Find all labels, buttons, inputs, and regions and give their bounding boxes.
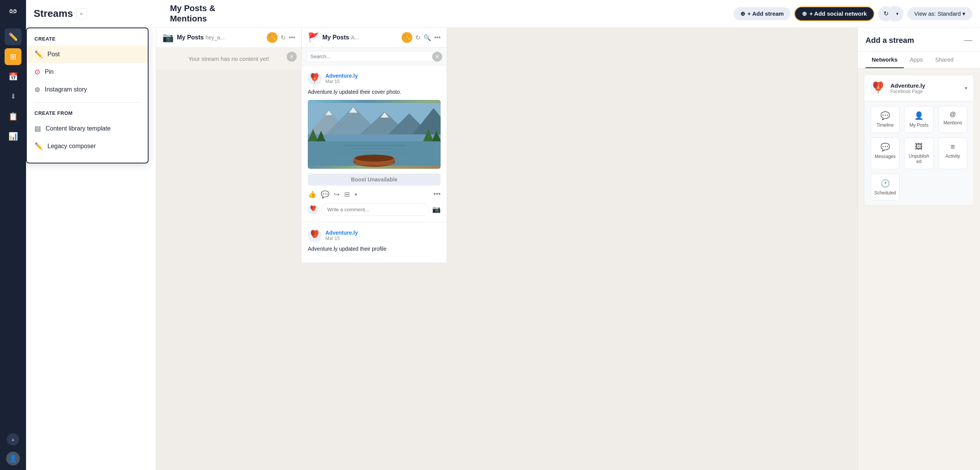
- boost-icon[interactable]: ⊞: [344, 190, 350, 199]
- svg-point-30: [355, 155, 393, 162]
- sidebar-item-compose[interactable]: ✏️: [5, 28, 21, 45]
- fb-post2-author-name: Adventure.ly: [325, 230, 358, 236]
- network-chevron-button[interactable]: ▾: [965, 85, 967, 91]
- create-post-item[interactable]: ✏️ Post: [27, 46, 148, 63]
- add-stream-panel-header: Add a stream —: [858, 28, 980, 52]
- svg-point-5: [11, 11, 12, 11]
- camera-icon[interactable]: 📷: [432, 205, 441, 214]
- comment-input[interactable]: [322, 203, 429, 216]
- stream-type-scheduled[interactable]: 🕐 Scheduled: [871, 174, 900, 201]
- stream-type-my-posts[interactable]: 👤 My Posts: [904, 106, 933, 133]
- scheduled-label: Scheduled: [874, 190, 896, 196]
- network-name: Adventure.ly: [890, 82, 960, 89]
- view-as-label: View as: Standard ▾: [914, 10, 965, 17]
- facebook-flag-icon: 🚩: [308, 32, 319, 43]
- page-title: My Posts &Mentions: [170, 3, 216, 24]
- instagram-refresh-icon[interactable]: ↻: [281, 34, 286, 41]
- add-stream-button[interactable]: ⊕ + Add stream: [733, 7, 791, 20]
- facebook-refresh-icon[interactable]: ↻: [415, 34, 420, 41]
- fb-post1-author-row: Adventure.ly Mar 15: [308, 72, 441, 85]
- dropdown-icon[interactable]: ▾: [354, 191, 357, 197]
- expand-icon: ▲: [11, 437, 15, 442]
- tab-shared[interactable]: Shared: [929, 52, 960, 68]
- network-type: Facebook Page: [890, 89, 960, 94]
- comment-icon[interactable]: 💬: [321, 190, 329, 199]
- create-pin-item[interactable]: ⊙ Pin: [27, 63, 148, 81]
- instagram-icon: 📷: [162, 32, 174, 43]
- share-icon[interactable]: ↪: [334, 190, 340, 199]
- close-stream-button-facebook[interactable]: ✕: [432, 52, 442, 62]
- legacy-composer-item[interactable]: ✏️ Legacy composer: [27, 137, 148, 155]
- instagram-edit-icon[interactable]: ✏️: [267, 32, 278, 43]
- create-instagram-story-item[interactable]: ⊚ Instagram story: [27, 81, 148, 98]
- stream-header-instagram: 📷 My Posts hey_a... ✏️ ↻ •••: [156, 28, 301, 48]
- add-stream-tabs: Networks Apps Shared: [858, 52, 980, 69]
- tab-networks[interactable]: Networks: [866, 52, 904, 68]
- facebook-post-2: Adventure.ly Mar 15 Adventure.ly updated…: [302, 222, 447, 263]
- stream-type-mentions[interactable]: @ Mentions: [938, 106, 967, 133]
- add-network-icon: ⊕: [802, 10, 807, 17]
- template-icon: ▤: [34, 124, 41, 133]
- inbox-icon: ⬇: [10, 92, 16, 101]
- stream-type-messages[interactable]: 💬 Messages: [871, 137, 900, 169]
- refresh-icon: ↻: [884, 10, 889, 17]
- fb-title-text: My Posts: [322, 34, 349, 41]
- instagram-more-icon[interactable]: •••: [289, 34, 295, 41]
- add-social-network-button[interactable]: ⊕ + Add social network: [794, 7, 874, 21]
- fb-post1-date: Mar 15: [325, 79, 358, 84]
- view-as-button[interactable]: View as: Standard ▾: [907, 7, 972, 20]
- legacy-composer-icon: ✏️: [34, 142, 43, 150]
- sidebar: ✏️ ⊞ 📅 ⬇ 📋 📊 ▲ 👤: [0, 0, 26, 470]
- my-posts-label: My Posts: [910, 122, 928, 128]
- stream-type-timeline[interactable]: 💬 Timeline: [871, 106, 900, 133]
- sidebar-item-inbox[interactable]: ⬇: [5, 88, 21, 105]
- collapse-panel-button[interactable]: «: [76, 8, 87, 19]
- sidebar-item-analytics[interactable]: 📊: [5, 128, 21, 145]
- timeline-icon: 💬: [880, 111, 890, 120]
- instagram-stream-title: My Posts hey_a...: [177, 34, 264, 41]
- stream-type-unpublished[interactable]: 🖼 Unpublished: [904, 137, 933, 169]
- fb-post2-date: Mar 15: [325, 236, 358, 241]
- create-label: CREATE: [27, 36, 148, 46]
- add-stream-body: Adventure.ly Facebook Page ▾ 💬 Timeline …: [858, 69, 980, 470]
- instagram-account: hey_a...: [206, 34, 225, 41]
- more-actions-icon[interactable]: •••: [433, 190, 441, 198]
- facebook-search-input[interactable]: [306, 51, 442, 62]
- hootsuite-logo: [6, 5, 20, 19]
- sidebar-expand-button[interactable]: ▲: [7, 433, 19, 446]
- sidebar-item-planner[interactable]: 📋: [5, 108, 21, 125]
- collapse-icon: «: [80, 11, 83, 16]
- facebook-more-icon[interactable]: •••: [434, 34, 441, 41]
- unpublished-label: Unpublished: [909, 153, 929, 164]
- create-pin-label: Pin: [45, 69, 54, 75]
- instagram-empty-message: Your stream has no content yet!: [188, 55, 269, 62]
- fb-post2-author-row: Adventure.ly Mar 15: [308, 228, 441, 242]
- commenter-avatar: [308, 204, 318, 215]
- svg-rect-32: [350, 148, 399, 149]
- scheduled-icon: 🕐: [880, 179, 890, 188]
- like-icon[interactable]: 👍: [308, 190, 316, 199]
- add-stream-title: Add a stream: [866, 36, 914, 45]
- fb-post2-author-info: Adventure.ly Mar 15: [325, 230, 358, 241]
- svg-point-6: [15, 11, 16, 11]
- facebook-stream-column: 🚩 My Posts A... ✏️ ↻ 🔍 •••: [302, 28, 447, 470]
- unpublished-icon: 🖼: [915, 142, 923, 151]
- avatar[interactable]: 👤: [6, 452, 20, 465]
- add-stream-close-button[interactable]: —: [964, 35, 972, 45]
- sidebar-item-streams[interactable]: ⊞: [5, 48, 21, 65]
- tab-apps[interactable]: Apps: [904, 52, 929, 68]
- facebook-edit-icon[interactable]: ✏️: [402, 32, 412, 43]
- network-card-header[interactable]: Adventure.ly Facebook Page ▾: [864, 75, 973, 101]
- sidebar-item-calendar[interactable]: 📅: [5, 68, 21, 85]
- svg-rect-33: [336, 152, 413, 152]
- facebook-search-icon[interactable]: 🔍: [423, 34, 431, 41]
- planner-icon: 📋: [8, 112, 18, 121]
- stream-type-activity[interactable]: ≡ Activity: [938, 137, 967, 169]
- close-icon-fb: ✕: [435, 54, 439, 60]
- close-stream-button-instagram[interactable]: ✕: [287, 52, 297, 62]
- facebook-stream-actions: ✏️ ↻ 🔍 •••: [402, 32, 441, 43]
- refresh-chevron-button[interactable]: ▾: [891, 6, 903, 21]
- content-library-template-item[interactable]: ▤ Content library template: [27, 120, 148, 137]
- topbar: Streams « My Posts &Mentions ⊕ + Add str…: [26, 0, 980, 28]
- streams-icon: ⊞: [10, 52, 16, 61]
